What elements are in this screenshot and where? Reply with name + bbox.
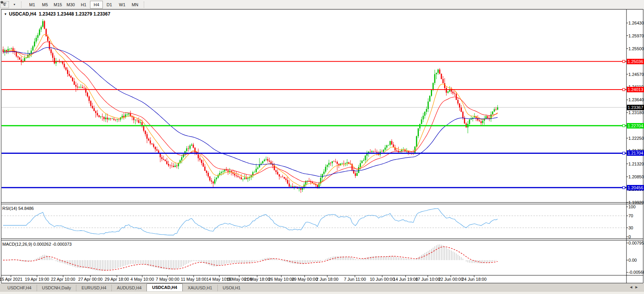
rsi-line: [3, 208, 498, 235]
macd-axis-label: 0.00: [628, 258, 637, 263]
time-axis-label: 29 Apr 18:00: [105, 277, 129, 282]
line-handle: [623, 60, 625, 63]
line-handle: [623, 125, 625, 127]
price-line-badge: 1.24013: [627, 87, 644, 92]
time-axis-label: 15 Apr 2021: [0, 277, 23, 282]
status-bar: [0, 291, 644, 294]
rsi-axis-label: 100: [628, 204, 635, 209]
rsi-label: RSI(14) 54.8486: [2, 206, 34, 211]
macd-signal-line: [3, 247, 498, 270]
time-axis-label: 14 Jun 19:00: [393, 277, 418, 282]
time-axis-label: 26 May 10:00: [268, 277, 295, 282]
time-axis-label: 10 Jun 00:00: [370, 277, 395, 282]
chart-tab-usdcnh-daily[interactable]: USDCNH,Daily: [37, 285, 76, 291]
time-axis-label: 24 Jun 18:00: [462, 277, 487, 282]
time-axis-label: 21 May 18:00: [244, 277, 270, 282]
time-axis-label: 19 Apr 19:00: [25, 277, 49, 282]
price-axis-label: 1.25500: [628, 46, 644, 51]
time-axis-label: 17 Jun 10:00: [415, 277, 440, 282]
candlesticks: [3, 19, 498, 193]
time-axis-label: 29 May 00:00: [292, 277, 318, 282]
time-axis-label: 27 Apr 00:00: [78, 277, 102, 282]
rsi-axis-label: 30: [628, 225, 633, 231]
macd-axis-label: 0.007959: [628, 241, 644, 246]
macd-histogram: [3, 245, 498, 271]
price-axis-label: 1.24570: [628, 72, 644, 77]
collapse-icon[interactable]: ▼: [4, 12, 7, 16]
time-axis-label: 22 Apr 10:00: [51, 277, 75, 282]
price-axis-label: 1.25970: [628, 33, 644, 39]
chart-tab-usdcad-h4[interactable]: USDCAD,H4: [146, 283, 182, 291]
price-line-badge: 1.23367: [627, 105, 644, 110]
chart-tab-eurusd-h4[interactable]: EURUSD,H4: [76, 285, 111, 291]
macd-axis-label: -0.005663: [628, 270, 644, 275]
line-handle: [623, 88, 625, 91]
chart-ohlc: 1.23423 1.23448 1.23279 1.23367: [39, 11, 111, 17]
line-handle: [623, 187, 625, 189]
tab-scroll-arrows: ◀▶: [630, 285, 641, 289]
ma-line-55: [3, 48, 498, 176]
chart-tab-xauusd-h1[interactable]: XAUUSD,H1: [183, 285, 217, 291]
line-handle: [623, 152, 625, 154]
chart-title: ▼USDCAD,H4 1.23423 1.23448 1.23279 1.233…: [4, 11, 110, 17]
time-axis-label: 11 May 18:00: [181, 277, 206, 282]
price-axis-label: 1.23180: [628, 110, 644, 115]
chart-tab-usdchf-h4[interactable]: USDCHF,H4: [2, 285, 37, 291]
price-line-badge: 1.21704: [627, 150, 644, 156]
time-axis-label: 7 May 00:00: [156, 277, 180, 282]
chart-tab-bar: USDCHF,H4USDCNH,DailyEURUSD,H4AUDUSD,H4U…: [0, 283, 644, 291]
price-line-badge: 1.20456: [627, 185, 644, 190]
price-line-badge: 1.22704: [627, 123, 644, 129]
price-axis-label: 1.20850: [628, 174, 644, 180]
rsi-axis-label: 70: [628, 213, 633, 218]
chart-tab-audusd-h4[interactable]: AUDUSD,H4: [111, 285, 147, 291]
time-axis-label: 22 Jun 00:00: [438, 277, 463, 282]
tab-scroll-right-icon[interactable]: ▶: [635, 285, 641, 289]
time-axis-label: 4 May 10:00: [131, 277, 154, 282]
price-axis-label: 1.26430: [628, 21, 644, 26]
macd-label: MACD(12,26,9) 0.000262 -0.000373: [2, 242, 72, 246]
price-line-badge: 1.25036: [627, 59, 644, 64]
chart-symbol: USDCAD,H4: [9, 11, 36, 17]
chart-tab-usoil-h1[interactable]: USOil,H1: [217, 285, 246, 291]
price-axis-label: 1.22250: [628, 136, 644, 141]
price-axis-label: 1.23640: [628, 97, 644, 102]
tab-scroll-left-icon[interactable]: ◀: [630, 285, 635, 289]
price-axis-label: 1.21320: [628, 162, 644, 167]
time-axis-label: 7 Jun 11:00: [344, 277, 366, 282]
ma-line-21: [3, 42, 498, 183]
rsi-axis-label: 0: [628, 234, 631, 239]
application-window: T ▼ M1M5M15M30H1H4D1W1MN ▼USDCAD,H4 1.23…: [0, 0, 644, 294]
price-chart-canvas[interactable]: [0, 0, 644, 294]
time-axis-label: 2 Jun 18:00: [316, 277, 339, 282]
